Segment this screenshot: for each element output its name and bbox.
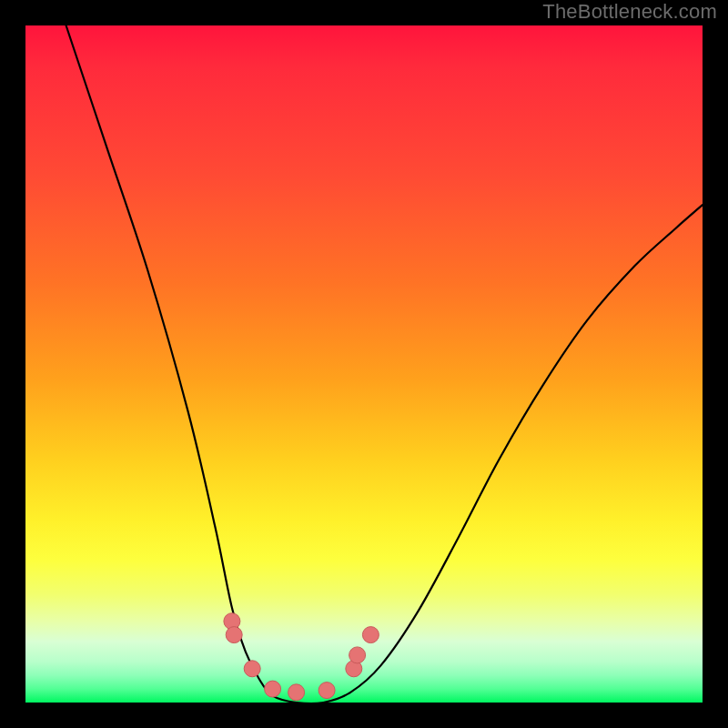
watermark-text: TheBottleneck.com [542, 0, 717, 24]
marker-dot [362, 627, 379, 643]
marker-dot [349, 647, 366, 663]
bottleneck-curve [66, 25, 703, 703]
marker-dot [318, 682, 335, 699]
chart-frame: TheBottleneck.com [0, 0, 728, 728]
plot-area [25, 25, 703, 703]
chart-svg [25, 25, 703, 703]
marker-dot [265, 681, 281, 697]
marker-dot [244, 661, 260, 677]
marker-dot [288, 684, 305, 701]
marker-dot [226, 627, 242, 643]
